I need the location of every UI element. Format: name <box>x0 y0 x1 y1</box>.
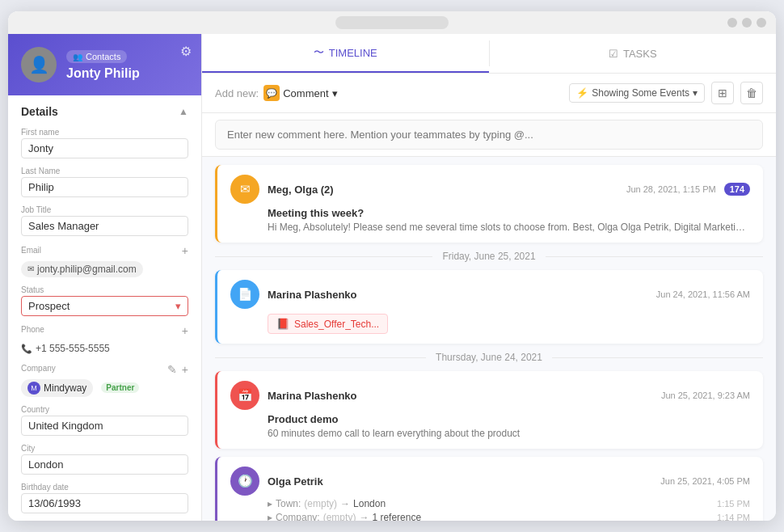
tab-tasks[interactable]: ☑ TASKS <box>490 34 777 73</box>
chevron-up-icon[interactable]: ▲ <box>179 106 188 117</box>
contact-info: 👥 Contacts Jonty Philip <box>66 49 188 82</box>
timeline-icon: 〜 <box>314 45 324 60</box>
event-card-email: ✉ Meg, Olga (2) Jun 28, 2021, 1:15 PM 17… <box>215 165 763 243</box>
history-time-2: 1:14 PM <box>717 513 750 521</box>
country-label: Country <box>21 405 188 414</box>
bullet-icon: ▸ <box>268 498 272 509</box>
maximize-dot[interactable] <box>742 18 752 27</box>
history-from-1: (empty) <box>304 498 337 509</box>
contact-tag: 👥 Contacts <box>66 50 127 63</box>
last-name-field: Last Name <box>21 167 188 197</box>
add-phone-icon[interactable]: + <box>182 324 188 337</box>
event-author-file: Marina Plashenko <box>268 289 357 301</box>
bullet-icon-2: ▸ <box>268 512 272 521</box>
phone-field: Phone + 📞 +1 555-555-5555 <box>21 324 188 355</box>
event-time: Jun 28, 2021, 1:15 PM <box>626 184 716 194</box>
status-field: Status Prospect ▾ <box>21 285 188 316</box>
job-title-input[interactable] <box>21 216 188 236</box>
event-time-file: Jun 24, 2021, 11:56 AM <box>656 289 750 299</box>
comment-chevron-icon: ▾ <box>332 87 338 99</box>
phone-label: Phone <box>21 325 44 334</box>
event-body: Hi Meg, Absolutely! Please send me sever… <box>268 222 750 233</box>
status-label: Status <box>21 285 188 294</box>
event-header-file: 📄 Marina Plashenko Jun 24, 2021, 11:56 A… <box>230 280 750 309</box>
event-author-meeting: Marina Plashenko <box>268 390 357 402</box>
timeline-feed[interactable]: ✉ Meg, Olga (2) Jun 28, 2021, 1:15 PM 17… <box>202 157 776 521</box>
window-controls <box>727 18 766 27</box>
status-chevron-icon[interactable]: ▾ <box>175 300 181 312</box>
event-author-history: Olga Petrik <box>268 475 323 488</box>
history-from-2: (empty) <box>323 512 356 521</box>
right-panel: 〜 TIMELINE ☑ TASKS Add new: 💬 Comment ▾ <box>202 34 776 521</box>
first-name-input[interactable] <box>21 138 188 158</box>
birthday-label: Birthday date <box>21 483 188 492</box>
section-title: Details <box>21 105 58 118</box>
contact-name: Jonty Philip <box>66 66 188 81</box>
date-divider-2: Thursday, June 24, 2021 <box>215 352 763 363</box>
last-name-label: Last Name <box>21 167 188 175</box>
contact-tag-label: Contacts <box>86 52 120 61</box>
filter-icon: ⚡ <box>576 87 588 99</box>
country-field: Country <box>21 405 188 436</box>
phone-value: +1 555-555-5555 <box>36 343 110 354</box>
filter-chevron-icon: ▾ <box>693 87 698 99</box>
history-change-2: ▸ Company: (empty) → 1 reference <box>268 512 421 521</box>
grid-view-button[interactable]: ⊞ <box>711 82 734 104</box>
title-bar <box>8 11 776 34</box>
event-card-history: 🕐 Olga Petrik Jun 25, 2021, 4:05 PM ▸ To… <box>215 457 763 521</box>
pdf-icon: 📕 <box>276 318 289 330</box>
history-row-2: ▸ Company: (empty) → 1 reference 1:14 PM <box>268 512 750 521</box>
event-meta-meeting: Marina Plashenko <box>268 388 653 403</box>
last-name-input[interactable] <box>21 177 188 197</box>
filter-button[interactable]: ⚡ Showing Some Events ▾ <box>569 83 705 103</box>
history-row-1: ▸ Town: (empty) → London 1:15 PM <box>268 498 750 509</box>
event-header: ✉ Meg, Olga (2) Jun 28, 2021, 1:15 PM 17… <box>230 175 750 204</box>
tab-timeline[interactable]: 〜 TIMELINE <box>202 34 489 73</box>
url-bar <box>335 16 449 29</box>
file-attachment[interactable]: 📕 Sales_Offer_Tech... <box>268 314 388 334</box>
arrow-icon-2: → <box>359 512 369 521</box>
phone-chip: 📞 +1 555-555-5555 <box>21 343 110 354</box>
history-to-2: 1 reference <box>372 512 421 521</box>
email-chip: ✉ jonty.philip@gmail.com <box>21 261 143 277</box>
add-new-section: Add new: 💬 Comment ▾ <box>215 85 338 101</box>
event-card-meeting: 📅 Marina Plashenko Jun 25, 2021, 9:23 AM… <box>215 371 763 449</box>
first-name-label: First name <box>21 128 188 137</box>
contact-header: 👤 👥 Contacts Jonty Philip ⚙ <box>8 34 201 95</box>
country-input[interactable] <box>21 416 188 436</box>
tab-tasks-label: TASKS <box>623 48 657 60</box>
add-email-icon[interactable]: + <box>182 244 188 257</box>
status-value: Prospect <box>28 300 70 312</box>
close-dot[interactable] <box>757 18 766 27</box>
job-title-field: Job Title <box>21 205 188 236</box>
details-header: Details ▲ <box>21 105 188 118</box>
comment-button[interactable]: 💬 Comment ▾ <box>263 85 337 101</box>
comment-label: Comment <box>283 87 328 99</box>
divider-1-label: Friday, June 25, 2021 <box>432 251 545 262</box>
event-title: Meeting this week? <box>268 207 750 219</box>
company-label: Company <box>21 364 56 373</box>
city-label: City <box>21 444 188 453</box>
tab-timeline-label: TIMELINE <box>329 47 377 59</box>
birthday-input[interactable] <box>21 493 188 513</box>
email-field: Email + ✉ jonty.philip@gmail.com <box>21 244 188 277</box>
tasks-icon: ☑ <box>609 48 618 60</box>
edit-company-icon[interactable]: ✎ <box>167 363 177 376</box>
event-avatar-history: 🕐 <box>230 467 259 496</box>
delete-button[interactable]: 🗑 <box>740 82 763 104</box>
comment-input[interactable] <box>215 120 763 150</box>
avatar: 👤 <box>21 47 57 82</box>
event-time-meeting: Jun 25, 2021, 9:23 AM <box>661 391 750 400</box>
city-input[interactable] <box>21 454 188 475</box>
email-value: jonty.philip@gmail.com <box>37 264 137 275</box>
event-author: Meg, Olga (2) <box>268 184 334 196</box>
event-meta-file: Marina Plashenko <box>268 287 648 302</box>
email-label: Email <box>21 246 41 255</box>
date-divider-1: Friday, June 25, 2021 <box>215 251 763 262</box>
history-field-2: Company: <box>276 512 320 521</box>
add-company-icon[interactable]: + <box>182 363 188 376</box>
app-window: 👤 👥 Contacts Jonty Philip ⚙ Details ▲ Fi… <box>8 11 776 521</box>
minimize-dot[interactable] <box>727 18 737 27</box>
event-header-history: 🕐 Olga Petrik Jun 25, 2021, 4:05 PM <box>230 467 750 496</box>
gear-icon[interactable]: ⚙ <box>180 44 192 59</box>
